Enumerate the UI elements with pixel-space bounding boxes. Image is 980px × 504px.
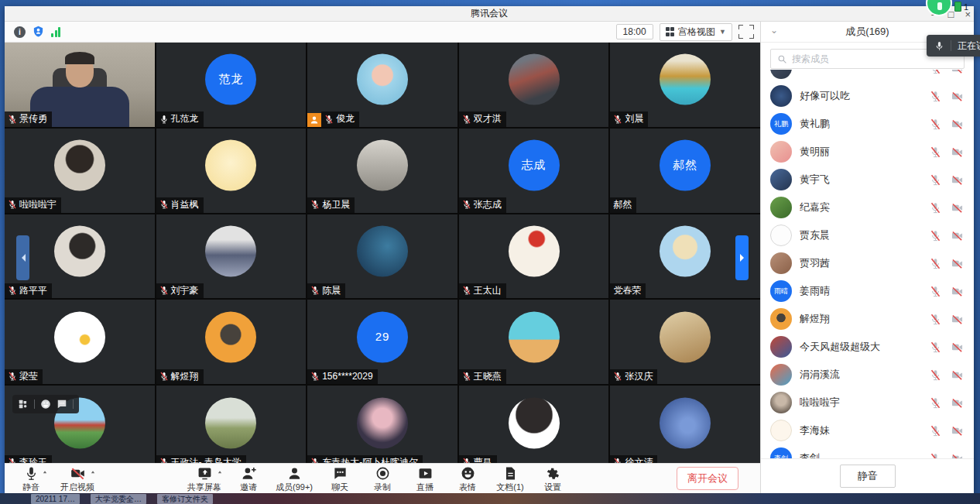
leave-meeting-button[interactable]: 离开会议 [677, 467, 738, 490]
toolbar-settings-button[interactable]: 设置 [537, 464, 568, 493]
member-name: 纪嘉宾 [800, 201, 922, 214]
member-list-item[interactable]: 黄明丽 [761, 138, 974, 166]
video-tile[interactable]: 刘晨 [610, 43, 760, 127]
video-tile[interactable]: 曹昌 [459, 386, 609, 470]
video-area: i 18:00 宫格视图 ▼ 景传勇范龙孔范龙俊龙双才淇刘晨啦啦啦宇肖益枫杨卫晨… [5, 22, 760, 493]
video-tile[interactable]: 陈晨 [307, 214, 457, 299]
video-tile[interactable]: 徐文清 [610, 386, 760, 470]
member-list-item[interactable]: 礼鹏黄礼鹏 [761, 110, 974, 138]
video-tile[interactable]: 29156****2029 [307, 300, 457, 384]
tile-label-row: 俊龙 [307, 111, 359, 126]
title-bar[interactable]: 腾讯会议 – □ × [5, 6, 974, 22]
video-tile[interactable]: 王政法- 青岛大学 [156, 386, 307, 470]
fullscreen-button[interactable] [738, 25, 754, 39]
mic-muted-icon [613, 372, 622, 381]
toolbar-invite-button[interactable]: 邀请 [233, 464, 264, 493]
camera-muted-icon [951, 453, 963, 459]
page-previous-button[interactable] [16, 235, 29, 280]
toolbar-start-video-button[interactable]: 开启视频 [60, 464, 94, 493]
meeting-toolbar: 静音开启视频 共享屏幕邀请成员(99+)聊天录制直播表情文档(1)设置 离开会议 [5, 463, 760, 493]
member-list-item[interactable]: 啦啦啦宇 [761, 389, 974, 417]
toolbar-item-label: 直播 [416, 482, 433, 493]
meeting-info-icon[interactable]: i [14, 26, 26, 38]
security-shield-icon[interactable] [33, 26, 44, 38]
mic-muted-icon [310, 200, 320, 209]
start-video-icon [70, 466, 85, 481]
toolbar-docs-button[interactable]: 文档(1) [495, 464, 526, 493]
toolbar-members-button[interactable]: 成员(99+) [276, 464, 313, 493]
taskbar-item[interactable]: 客修订文件夹 [157, 494, 213, 504]
participant-avatar [509, 397, 560, 448]
camera-muted-icon [951, 314, 963, 325]
member-list-item[interactable]: 李剑李剑 [761, 444, 974, 458]
network-signal-icon[interactable] [51, 27, 60, 37]
mic-muted-icon [613, 115, 622, 124]
layout-view-dropdown[interactable]: 宫格视图 ▼ [660, 23, 732, 41]
member-list-item[interactable]: 今天风超级超级大 [761, 333, 974, 361]
member-list-item[interactable]: 贾羽茜 [761, 249, 974, 277]
member-status-icons [930, 174, 963, 186]
chat-icon [333, 466, 348, 481]
member-list[interactable]: 好像可以吃礼鹏黄礼鹏黄明丽黄宇飞纪嘉宾贾东晨贾羽茜雨晴姜雨晴解煜翔今天风超级超级… [761, 70, 974, 458]
video-tile[interactable]: 范龙孔范龙 [156, 43, 307, 127]
member-list-item[interactable]: 黄宇飞 [761, 166, 974, 194]
toolbar-chat-button[interactable]: 聊天 [324, 464, 355, 493]
toolbar-item-label: 邀请 [240, 482, 257, 493]
video-tile[interactable]: 王太山 [459, 214, 609, 299]
member-list-item[interactable]: 解煜翔 [761, 305, 974, 333]
member-list-item[interactable]: 纪嘉宾 [761, 194, 974, 221]
toolbar-record-button[interactable]: 录制 [367, 464, 398, 493]
video-tile[interactable]: 俊龙 [307, 43, 457, 127]
page-next-button[interactable] [735, 235, 749, 280]
member-name: 贾羽茜 [800, 256, 922, 270]
member-list-item[interactable] [761, 70, 974, 82]
panel-collapse-chevron-icon[interactable]: ⌄ [770, 25, 778, 36]
member-avatar [770, 197, 792, 218]
tile-label-row: 啦啦啦宇 [5, 197, 61, 212]
chat-icon[interactable] [57, 399, 67, 410]
video-tile[interactable]: 刘宇豪 [156, 214, 307, 299]
panel-mute-button[interactable]: 静音 [840, 465, 896, 488]
caret-up-icon[interactable] [217, 469, 223, 475]
caret-up-icon[interactable] [42, 469, 48, 475]
tile-mini-toolbar[interactable] [12, 395, 79, 413]
video-tile[interactable]: 东青热大-阿卜杜喀迪尔 [307, 386, 457, 470]
member-list-item[interactable]: 李海妹 [761, 417, 974, 444]
taskbar-item[interactable]: 20211 17… [31, 494, 80, 504]
video-tile[interactable]: 杨卫晨 [307, 129, 457, 213]
member-list-item[interactable]: 雨晴姜雨晴 [761, 277, 974, 305]
toolbar-share-screen-button[interactable]: 共享屏幕 [187, 464, 221, 493]
layout-icon[interactable] [18, 399, 29, 410]
toolbar-live-button[interactable]: 直播 [409, 464, 440, 493]
participant-avatar [205, 311, 256, 362]
mic-muted-icon [930, 258, 941, 269]
desktop-taskbar[interactable]: 20211 17… 大学党委全… 客修订文件夹 [0, 493, 980, 504]
toolbar-emoji-button[interactable]: 表情 [452, 464, 483, 493]
video-tile[interactable]: 啦啦啦宇 [5, 129, 155, 213]
caret-up-icon[interactable] [90, 469, 96, 475]
video-tile[interactable]: 志成张志成 [459, 129, 609, 213]
member-list-item[interactable]: 贾东晨 [761, 221, 974, 249]
toolbar-mute-button[interactable]: 静音 [15, 464, 46, 493]
video-tile[interactable]: 双才淇 [459, 43, 609, 127]
video-tile[interactable]: 景传勇 [5, 43, 155, 127]
video-tile[interactable]: 梁莹 [5, 300, 155, 384]
video-tile[interactable]: 李玲玉 [5, 386, 155, 470]
video-tile[interactable]: 肖益枫 [156, 129, 307, 213]
emoji-icon[interactable] [40, 399, 51, 410]
video-tile[interactable]: 郝然郝然 [610, 129, 760, 213]
mic-icon [934, 41, 944, 51]
member-list-item[interactable]: 好像可以吃 [761, 82, 974, 110]
member-status-icons [930, 425, 963, 437]
taskbar-item[interactable]: 大学党委全… [91, 494, 146, 504]
video-tile[interactable]: 解煜翔 [156, 300, 307, 384]
participant-avatar [660, 225, 711, 276]
participant-name-label: 梁莹 [5, 369, 43, 384]
video-tile[interactable]: 王晓燕 [459, 300, 609, 384]
member-list-item[interactable]: 涓涓溪流 [761, 361, 974, 389]
speaking-tooltip-text: 正在讲话 [958, 39, 980, 53]
mic-muted-icon [930, 174, 941, 186]
toolbar-item-label: 录制 [374, 482, 391, 493]
video-tile[interactable]: 张汉庆 [610, 300, 760, 384]
participant-name-label: 王太山 [459, 283, 506, 298]
